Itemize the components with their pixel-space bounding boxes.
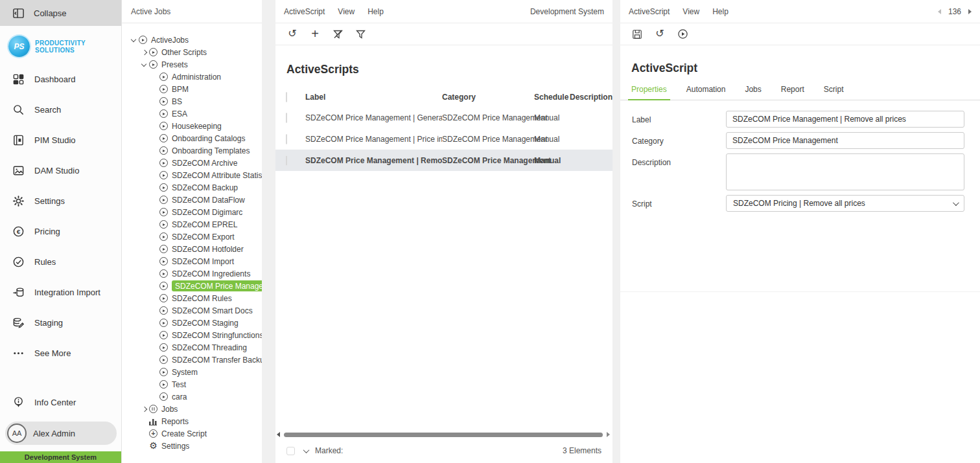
tree-item-label[interactable]: SDZeCOM Attribute Statistics: [172, 171, 262, 180]
caret-icon[interactable]: [150, 294, 159, 303]
tree-item[interactable]: SDZeCOM Backup: [122, 181, 262, 194]
sidebar-item-settings[interactable]: Settings: [0, 186, 121, 216]
row-checkbox[interactable]: [286, 113, 287, 123]
tree-item-label[interactable]: SDZeCOM Export: [172, 232, 235, 242]
refresh-button[interactable]: ↺: [654, 28, 666, 40]
table-row-selected[interactable]: SDZeCOM Price Management | Remove all...…: [275, 150, 612, 171]
tree-item[interactable]: Settings: [122, 440, 262, 452]
column-header-label[interactable]: Label: [305, 93, 442, 102]
caret-icon[interactable]: [150, 356, 159, 365]
scroll-right-icon[interactable]: [607, 432, 610, 437]
sidebar-item-staging[interactable]: Staging: [0, 308, 121, 338]
tree-item-label[interactable]: Settings: [161, 442, 189, 451]
scroll-left-icon[interactable]: [277, 432, 280, 437]
tree-item-label[interactable]: SDZeCOM Threading: [172, 343, 247, 352]
tree-item[interactable]: Housekeeping: [122, 120, 262, 132]
caret-icon[interactable]: [150, 122, 159, 131]
tree-item[interactable]: Create Script: [122, 427, 262, 440]
tree-item-label[interactable]: Administration: [172, 73, 221, 82]
caret-icon[interactable]: [140, 60, 149, 69]
caret-icon[interactable]: [150, 319, 159, 328]
tree-item-label[interactable]: SDZeCOM DataFlow: [172, 196, 245, 205]
panel-splitter[interactable]: [612, 0, 620, 463]
tree-item[interactable]: Jobs: [122, 403, 262, 415]
tree-item-label[interactable]: Onboarding Catalogs: [172, 134, 245, 143]
caret-icon[interactable]: [150, 232, 159, 242]
previous-record-icon[interactable]: [938, 9, 941, 14]
tree-item-label[interactable]: ESA: [172, 109, 187, 119]
chevron-down-icon[interactable]: [303, 447, 310, 453]
tree-item[interactable]: cara: [122, 390, 262, 403]
caret-icon[interactable]: [150, 343, 159, 352]
menu-help[interactable]: Help: [712, 7, 729, 16]
tree-item[interactable]: ESA: [122, 107, 262, 120]
user-menu[interactable]: AA Alex Admin: [5, 422, 117, 445]
tree-item-label[interactable]: Create Script: [161, 429, 207, 438]
tree-item[interactable]: System: [122, 366, 262, 378]
tree-item-label[interactable]: SDZeCOM Rules: [172, 294, 232, 303]
caret-icon[interactable]: [140, 48, 149, 57]
caret-icon[interactable]: [150, 171, 159, 180]
tree-item-label[interactable]: BPM: [172, 85, 189, 94]
menu-view[interactable]: View: [682, 7, 699, 16]
caret-icon[interactable]: [150, 368, 159, 377]
tree-item[interactable]: SDZeCOM Transfer Backup: [122, 354, 262, 366]
refresh-button[interactable]: ↺: [286, 28, 298, 40]
caret-icon[interactable]: [130, 36, 139, 45]
scrollbar-thumb[interactable]: [284, 433, 603, 437]
filter-button[interactable]: [355, 28, 366, 40]
label-input[interactable]: [726, 111, 964, 128]
column-header-category[interactable]: Category: [442, 93, 534, 102]
tab-script[interactable]: Script: [824, 84, 844, 100]
tree-item-label[interactable]: SDZeCOM Ingredients: [172, 269, 250, 278]
sidebar-item-dashboard[interactable]: Dashboard: [0, 64, 121, 95]
sidebar-item-pim-studio[interactable]: PIM Studio: [0, 125, 121, 155]
menu-view[interactable]: View: [338, 7, 355, 16]
tree-item[interactable]: Other Scripts: [122, 46, 262, 58]
caret-icon[interactable]: [150, 380, 159, 389]
sidebar-item-dam-studio[interactable]: DAM Studio: [0, 155, 121, 186]
tree-item[interactable]: Onboarding Catalogs: [122, 132, 262, 144]
tree-item[interactable]: SDZeCOM Staging: [122, 317, 262, 329]
tree-item[interactable]: BS: [122, 95, 262, 107]
logo[interactable]: PS PRODUCTIVITY SOLUTIONS: [0, 26, 121, 64]
caret-icon[interactable]: [140, 417, 149, 426]
select-all-checkbox[interactable]: [286, 92, 287, 102]
tree-item-label[interactable]: SDZeCOM Backup: [172, 183, 238, 192]
tree-item[interactable]: SDZeCOM Digimarc: [122, 206, 262, 218]
save-button[interactable]: [631, 28, 643, 40]
marked-checkbox[interactable]: [286, 447, 295, 455]
sidebar-item-rules[interactable]: Rules: [0, 247, 121, 277]
tree-item-label[interactable]: Housekeeping: [172, 122, 222, 131]
column-header-description[interactable]: Description: [570, 93, 612, 102]
sidebar-item-pricing[interactable]: € Pricing: [0, 216, 121, 247]
tree-item[interactable]: SDZeCOM Price Management: [122, 280, 262, 292]
tab-automation[interactable]: Automation: [686, 84, 726, 100]
tree-item[interactable]: SDZeCOM Import: [122, 255, 262, 267]
tree-item[interactable]: Reports: [122, 415, 262, 427]
caret-icon[interactable]: [150, 208, 159, 217]
caret-icon[interactable]: [150, 392, 159, 401]
tree-item[interactable]: SDZeCOM Threading: [122, 341, 262, 354]
tree-item-label[interactable]: SDZeCOM Archive: [172, 159, 237, 168]
tree-item-label[interactable]: Test: [172, 380, 186, 389]
tree-item-label[interactable]: ActiveJobs: [151, 36, 189, 45]
caret-icon[interactable]: [150, 134, 159, 143]
caret-icon[interactable]: [150, 306, 159, 315]
table-row[interactable]: SDZeCOM Price Management | Generate v...…: [275, 107, 612, 128]
tab-report[interactable]: Report: [781, 84, 804, 100]
tree-item-label[interactable]: SDZeCOM Hotfolder: [172, 245, 244, 254]
caret-icon[interactable]: [150, 257, 159, 266]
caret-icon[interactable]: [150, 269, 159, 278]
tree-item[interactable]: SDZeCOM Smart Docs: [122, 304, 262, 317]
collapse-button[interactable]: Collapse: [0, 0, 121, 26]
tree-item[interactable]: SDZeCOM Stringfunctions: [122, 329, 262, 341]
column-header-schedule[interactable]: Schedule: [534, 93, 570, 102]
table-row[interactable]: SDZeCOM Price Management | Price import …: [275, 128, 612, 150]
tree-item-label[interactable]: SDZeCOM Transfer Backup: [172, 356, 262, 365]
category-input[interactable]: [726, 132, 964, 149]
tree-item[interactable]: Test: [122, 378, 262, 390]
tree-item-label[interactable]: Presets: [161, 60, 188, 69]
row-checkbox[interactable]: [286, 155, 287, 166]
caret-icon[interactable]: [150, 282, 159, 291]
